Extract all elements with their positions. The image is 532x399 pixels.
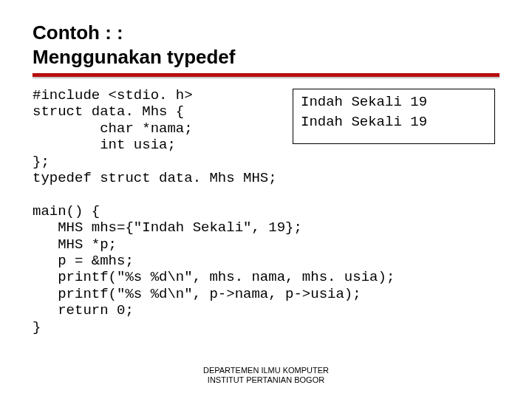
slide-title: Contoh : : Menggunakan typedef <box>33 21 499 69</box>
title-line-2: Menggunakan typedef <box>33 46 235 68</box>
footer-line-1: DEPARTEMEN ILMU KOMPUTER <box>203 366 329 375</box>
slide: Contoh : : Menggunakan typedef #include … <box>0 0 532 335</box>
footer: DEPARTEMEN ILMU KOMPUTER INSTITUT PERTAN… <box>0 366 532 386</box>
content-area: #include <stdio. h> struct data. Mhs { c… <box>33 87 499 335</box>
footer-line-2: INSTITUT PERTANIAN BOGOR <box>208 375 324 384</box>
title-line-1: Contoh : : <box>33 21 123 44</box>
title-underline <box>33 73 499 77</box>
output-box: Indah Sekali 19 Indah Sekali 19 <box>293 89 495 144</box>
